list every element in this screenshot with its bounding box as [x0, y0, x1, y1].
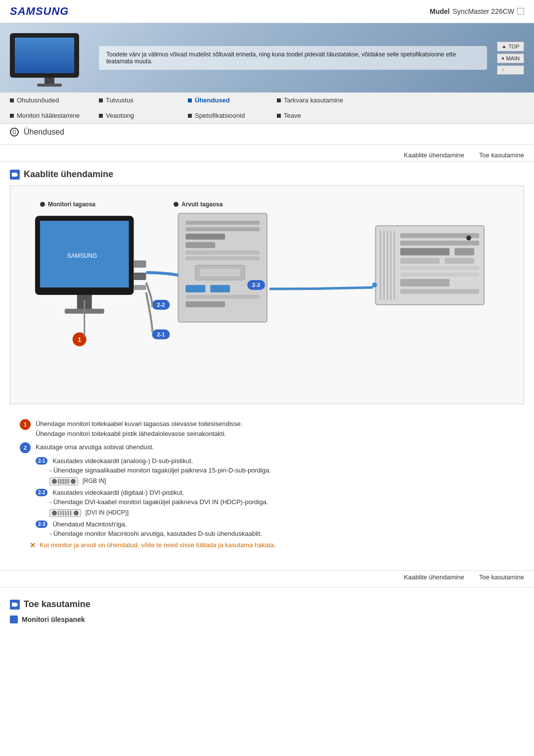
nav-dot — [277, 98, 281, 102]
page-nav-kaablite[interactable]: Kaablite ühendamine — [404, 151, 464, 159]
connector-dvi — [49, 509, 81, 517]
step-2-1-sub: - Ühendage signaalikaabel monitori tagak… — [20, 467, 514, 474]
conn-circle-dvi-2 — [74, 511, 79, 516]
diagram-box: Monitori tagaosa Arvuti tagaosa SAMSUNG — [10, 186, 524, 404]
section-2-icon — [10, 600, 20, 610]
main-label: MAIN — [506, 55, 520, 61]
divider-2 — [0, 587, 534, 588]
model-label: Mudel — [430, 7, 449, 15]
svg-rect-39 — [400, 240, 479, 245]
nav-row-1: Ohutusnõuded Tutvustus Ühendused Tarkvar… — [0, 93, 534, 108]
step-2-3-content: Ühendatud Macintosh'iga. — [52, 520, 127, 528]
svg-rect-15 — [185, 227, 260, 231]
nav-label: Tarkvara kasutamine — [284, 96, 343, 104]
dot-mac — [466, 236, 471, 240]
nav-monitori-haalestamine[interactable]: Monitori häälestamine — [10, 110, 99, 121]
nav-row-2: Monitori häälestamine Veaotsing Spetsifi… — [0, 108, 534, 123]
monitor-stand — [44, 78, 54, 84]
svg-rect-8 — [134, 273, 146, 280]
nav-dot — [10, 114, 14, 118]
svg-rect-40 — [400, 248, 449, 255]
svg-rect-25 — [185, 301, 225, 307]
nav-dot — [277, 114, 281, 118]
badge-2-2: 2-2 — [36, 489, 47, 496]
nav-dot — [10, 98, 14, 102]
model-checkbox[interactable] — [517, 8, 524, 15]
nav-dot-active — [188, 98, 192, 102]
diagram-svg: SAMSUNG 1 — [20, 196, 514, 394]
step-list: 1 Ühendage monitori toitekaabel kuvari t… — [10, 414, 524, 558]
top-icon: ▲ — [501, 44, 506, 49]
nav-ohutusnouded[interactable]: Ohutusnõuded — [10, 94, 99, 106]
top-button[interactable]: ▲ TOP — [497, 42, 524, 51]
svg-rect-23 — [210, 285, 230, 292]
bottom-nav-kaablite[interactable]: Kaablite ühendamine — [404, 573, 464, 581]
step-2-3-sub: - Ühendage monitor Macintoshi arvutiga, … — [20, 530, 514, 537]
step-1-sub: Ühendage monitori toitekaabli pistik läh… — [36, 429, 242, 439]
back-button[interactable]: ↑ — [497, 65, 524, 75]
nav-tutvustus[interactable]: Tutvustus — [99, 94, 188, 106]
warning-icon: ✕ — [30, 541, 36, 549]
label-macintoshi — [466, 236, 474, 240]
nav-veaotsing[interactable]: Veaotsing — [99, 110, 188, 121]
section-toe: Toe kasutamine Monitori ülespanek — [0, 592, 534, 631]
svg-rect-21 — [200, 269, 240, 276]
svg-text:2-1: 2-1 — [157, 331, 165, 337]
breadcrumb: O Ühendused — [0, 124, 534, 141]
main-icon: ♦ — [501, 55, 504, 61]
model-name: SyncMaster 226CW — [453, 7, 514, 15]
divider-1 — [0, 144, 534, 145]
nav-dot — [99, 98, 103, 102]
step-2-1-content: Kasutades videokaardil (analoog-) D-sub-… — [52, 457, 193, 465]
connector-rgb — [49, 477, 78, 485]
warning-text: ✕ Kui monitor ja arvuti on ühendatud, võ… — [20, 541, 514, 549]
svg-rect-46 — [400, 279, 449, 286]
section-2-title: Toe kasutamine — [10, 599, 524, 610]
bottom-nav: Kaablite ühendamine Toe kasutamine — [0, 570, 534, 583]
nav-tarkvara[interactable]: Tarkvara kasutamine — [277, 94, 366, 106]
port-rgb-image: [RGB IN] — [20, 476, 514, 487]
bottom-nav-toe[interactable]: Toe kasutamine — [479, 573, 524, 581]
port-dvi-label: [DVI IN (HDCP)] — [86, 509, 129, 516]
svg-rect-1 — [17, 174, 18, 176]
svg-rect-18 — [185, 250, 260, 254]
dot-monitor — [40, 202, 45, 207]
page-nav-toe[interactable]: Toe kasutamine — [479, 151, 524, 159]
nav-teave[interactable]: Teave — [277, 110, 366, 121]
nav-dot — [99, 114, 103, 118]
step-2-3: 2-3 Ühendatud Macintosh'iga. — [20, 520, 514, 528]
monitor-base — [37, 84, 62, 87]
main-button[interactable]: ♦ MAIN — [497, 53, 524, 63]
svg-rect-45 — [400, 273, 479, 277]
section-1-title: Kaablite ühendamine — [10, 169, 524, 180]
nav-label: Veaotsing — [106, 112, 134, 119]
section-1-icon — [10, 170, 20, 180]
section-2-title-text: Toe kasutamine — [24, 599, 90, 610]
nav-label: Spetsifikatsioonid — [195, 112, 245, 119]
badge-2-1: 2-1 — [36, 457, 47, 465]
nav-spetsifikatsioonid[interactable]: Spetsifikatsioonid — [188, 110, 277, 121]
section-kaablite: Kaablite ühendamine Monitori tagaosa Arv… — [0, 162, 534, 566]
monitor-screen — [15, 38, 74, 73]
conn-circle-2 — [71, 479, 76, 484]
section-1-title-text: Kaablite ühendamine — [24, 169, 113, 180]
step-2-2-content: Kasutades videokaardil (digitaal-) DVI-p… — [52, 489, 184, 496]
svg-rect-16 — [185, 234, 225, 239]
nav-uhendused[interactable]: Ühendused — [188, 94, 277, 106]
svg-rect-9 — [134, 285, 146, 290]
conn-rect — [58, 479, 70, 484]
badge-2-3: 2-3 — [36, 520, 47, 528]
badge-1: 1 — [20, 419, 31, 430]
step-2-content: Kasutage oma arvutiga sobivat ühendust. — [36, 442, 154, 452]
port-dvi-image: [DVI IN (HDCP)] — [20, 508, 514, 519]
badge-2: 2 — [20, 442, 31, 453]
conn-circle — [52, 479, 57, 484]
step-2-2: 2-2 Kasutades videokaardil (digitaal-) D… — [20, 489, 514, 496]
svg-rect-41 — [454, 248, 474, 255]
svg-rect-42 — [400, 258, 440, 264]
port-rgb-label: [RGB IN] — [83, 477, 106, 484]
step-2: 2 Kasutage oma arvutiga sobivat ühendust… — [20, 442, 514, 453]
svg-rect-44 — [400, 266, 479, 270]
warning-content: Kui monitor ja arvuti on ühendatud, võit… — [40, 541, 276, 549]
svg-rect-22 — [185, 285, 205, 292]
